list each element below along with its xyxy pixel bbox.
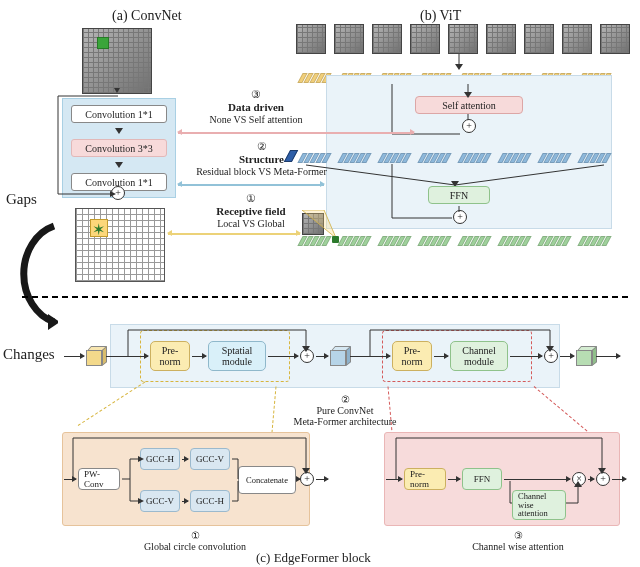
vit-patch-arrow — [454, 54, 464, 70]
gaps-to-changes-arrow — [4, 218, 58, 334]
svg-marker-0 — [48, 314, 58, 330]
convnet-output-grid: ✶ — [75, 208, 165, 282]
label-edgeformer: (c) EdgeFormer block — [256, 550, 371, 566]
ch-caption: ③ Channel wise attention — [448, 530, 588, 552]
svg-marker-6 — [464, 92, 472, 98]
arr-4 — [316, 356, 328, 357]
divider — [22, 296, 628, 298]
vit-rf-cone — [302, 210, 336, 240]
label-convnet: (a) ConvNet — [112, 8, 182, 24]
svg-marker-11 — [546, 346, 554, 352]
label-gaps: Gaps — [6, 191, 37, 208]
vit-tokens-green-d — [417, 236, 451, 246]
gcc-caption: ① Global circle convolution — [120, 530, 270, 552]
svg-marker-3 — [110, 191, 116, 197]
cube-mid — [330, 346, 346, 362]
label-vit: (b) ViT — [420, 8, 461, 24]
gcc-res — [70, 434, 316, 484]
svg-marker-13 — [138, 498, 144, 504]
svg-marker-14 — [302, 468, 310, 474]
ch-a4 — [612, 479, 626, 480]
gcc-a4 — [316, 479, 328, 480]
vit-sa-paths — [332, 82, 612, 138]
vit-tokens-green-h — [577, 236, 611, 246]
ch-res — [394, 434, 614, 484]
vit-tokens-green-b — [337, 236, 371, 246]
label-changes: Changes — [3, 346, 55, 363]
gap-2: ② Structure Residual block VS Meta-Forme… — [184, 140, 339, 178]
gcc-v-2: GCC-V — [140, 490, 180, 512]
vit-rf-dot — [332, 236, 339, 243]
conv-residual-path — [52, 95, 128, 200]
gap-1-arrow — [168, 233, 300, 235]
svg-marker-10 — [302, 346, 310, 352]
gap-3-arrow — [178, 132, 414, 134]
gap-3: ③ Data driven None VS Self attention — [192, 88, 320, 126]
arr-0 — [64, 356, 84, 357]
vit-tokens-green-c — [377, 236, 411, 246]
res-b — [368, 326, 560, 358]
dash-to-gcc-l — [78, 382, 146, 426]
vit-patch-row — [296, 24, 630, 54]
arr-8 — [560, 356, 574, 357]
convnet-input-image — [82, 28, 152, 94]
gap-1: ① Receptive field Local VS Global — [196, 192, 306, 230]
ch-cwa-path — [508, 479, 588, 523]
gcc-h-2: GCC-H — [190, 490, 230, 512]
vit-tokens-green-g — [537, 236, 571, 246]
res-a — [126, 326, 316, 358]
cube-in — [86, 346, 102, 362]
svg-marker-16 — [598, 468, 606, 474]
svg-marker-5 — [455, 64, 463, 70]
vit-tokens-green-e — [457, 236, 491, 246]
arr-9 — [596, 356, 620, 357]
gap-2-arrow — [178, 184, 324, 186]
gcc-a2 — [182, 501, 188, 502]
vit-ffn-paths — [332, 162, 612, 228]
vit-tokens-green-f — [497, 236, 531, 246]
cube-out — [576, 346, 592, 362]
